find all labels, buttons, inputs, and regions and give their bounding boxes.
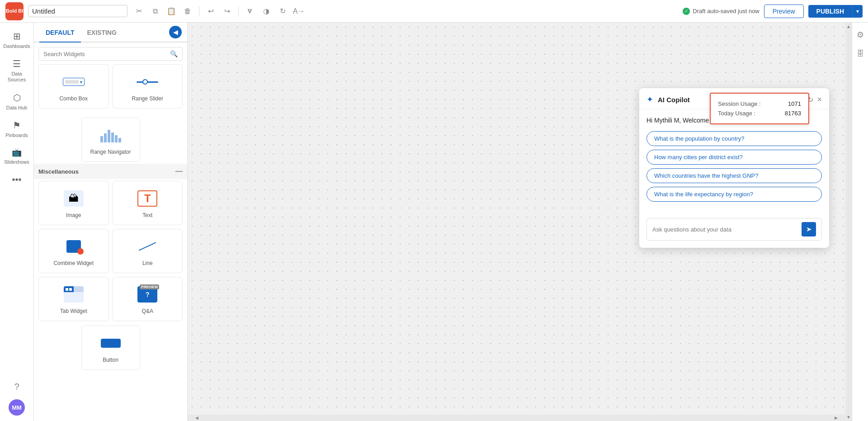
- top-widget-grid: ▾ Combo Box Range Slider: [38, 64, 183, 113]
- canvas-area[interactable]: ▲ ▼ ◀ ▶ ✦ AI Copilot ✎ ↻ × Hi Mythili M,…: [188, 23, 852, 421]
- text-label: Text: [142, 212, 152, 218]
- pinboards-icon: ⚑: [13, 120, 21, 131]
- image-label: Image: [66, 212, 81, 218]
- widget-card-button[interactable]: Button: [81, 326, 140, 370]
- widget-card-combo-box[interactable]: ▾ Combo Box: [38, 64, 109, 109]
- view-icon[interactable]: ◑: [259, 5, 273, 18]
- widget-card-image[interactable]: 🏔 Image: [38, 181, 109, 225]
- delete-icon[interactable]: 🗑: [181, 5, 194, 18]
- sidebar-item-help[interactable]: ?: [2, 378, 32, 396]
- scroll-up-arrow[interactable]: ▲: [845, 23, 852, 30]
- scroll-left-arrow[interactable]: ◀: [194, 414, 200, 421]
- widget-card-combine-widget[interactable]: Combine Widget: [38, 229, 109, 273]
- undo-icon[interactable]: ↩: [204, 5, 217, 18]
- publish-button[interactable]: PUBLISH: [808, 5, 852, 18]
- range-slider-icon: [137, 71, 158, 93]
- widget-card-range-slider[interactable]: Range Slider: [113, 64, 183, 109]
- ai-input[interactable]: [652, 226, 798, 233]
- qa-label: Q&A: [142, 308, 153, 314]
- data-sources-icon: ☰: [13, 58, 21, 69]
- toolbar-sep-1: [199, 6, 199, 17]
- slideshows-icon: 📺: [12, 147, 22, 157]
- combo-box-label: Combo Box: [59, 95, 88, 102]
- widget-card-line[interactable]: Line: [113, 229, 183, 273]
- ai-input-row: ➤: [646, 218, 822, 241]
- title-input[interactable]: [28, 5, 127, 17]
- avatar[interactable]: MM: [9, 399, 25, 416]
- tab-widget-label: Tab Widget: [60, 308, 87, 314]
- sidebar-item-slideshows[interactable]: 📺 Slideshows: [2, 144, 32, 169]
- misc-widget-grid: 🏔 Image T Text: [38, 181, 183, 326]
- scroll-right-arrow[interactable]: ▶: [833, 414, 839, 421]
- search-icon: 🔍: [170, 50, 178, 57]
- line-widget-icon: [137, 236, 158, 257]
- topbar: Bold BI ✂ ⧉ 📋 🗑 ↩ ↪ ⛛ ◑ ↻ A→ Draft auto-…: [0, 0, 868, 23]
- session-usage-row: Session Usage : 1071: [718, 99, 801, 109]
- copy-icon[interactable]: ⧉: [148, 5, 162, 18]
- search-input[interactable]: [43, 51, 167, 57]
- session-usage-value: 1071: [788, 100, 801, 107]
- widget-card-qa[interactable]: ? PREVIEW Q&A: [113, 277, 183, 321]
- sidebar-item-data-hub[interactable]: ⬡ Data Hub: [2, 89, 32, 114]
- widget-card-tab-widget[interactable]: Tab Widget: [38, 277, 109, 321]
- ai-send-button[interactable]: ➤: [802, 222, 816, 237]
- widget-tabs: DEFAULT EXISTING ◀: [34, 23, 187, 43]
- sidebar-item-more[interactable]: •••: [2, 170, 32, 189]
- ai-close-icon[interactable]: ×: [817, 95, 822, 104]
- widget-card-range-navigator[interactable]: Range Navigator: [81, 118, 140, 162]
- search-bar: 🔍: [38, 47, 183, 61]
- button-widget-row: Button: [38, 326, 183, 375]
- today-usage-row: Today Usage : 81763: [718, 109, 801, 118]
- logo-button[interactable]: Bold BI: [5, 2, 24, 20]
- publish-dropdown-button[interactable]: ▾: [852, 5, 863, 18]
- section-toggle-misc[interactable]: —: [175, 167, 183, 175]
- sidebar-item-pinboards-label: Pinboards: [5, 132, 28, 138]
- miscellaneous-header: Miscellaneous —: [34, 164, 187, 179]
- sidebar-item-pinboards[interactable]: ⚑ Pinboards: [2, 116, 32, 142]
- main-layout: ⊞ Dashboards ☰ Data Sources ⬡ Data Hub ⚑…: [0, 23, 868, 421]
- data-hub-icon: ⬡: [13, 92, 21, 103]
- tab-widget-icon: [63, 284, 85, 305]
- miscellaneous-section: 🏔 Image T Text: [34, 181, 187, 375]
- tab-default[interactable]: DEFAULT: [39, 23, 81, 43]
- combine-widget-label: Combine Widget: [53, 260, 94, 266]
- toolbar-sep-2: [238, 6, 239, 17]
- sidebar-item-slideshows-label: Slideshows: [4, 159, 29, 165]
- cut-icon[interactable]: ✂: [132, 5, 146, 18]
- refresh-icon[interactable]: ↻: [276, 5, 289, 18]
- sidebar-bottom: ? MM: [2, 378, 32, 421]
- redo-icon[interactable]: ↪: [220, 5, 234, 18]
- autosave-dot: [683, 8, 690, 15]
- ai-suggestion-1[interactable]: What is the population by country?: [646, 131, 822, 146]
- database-icon[interactable]: 🗄: [854, 47, 867, 61]
- usage-popup: Session Usage : 1071 Today Usage : 81763: [710, 93, 809, 124]
- sidebar-item-data-sources[interactable]: ☰ Data Sources: [2, 55, 32, 86]
- translate-icon[interactable]: A→: [292, 5, 306, 18]
- button-label: Button: [103, 357, 118, 363]
- tab-back-button[interactable]: ◀: [169, 26, 182, 38]
- button-widget-icon: [100, 332, 122, 354]
- autosave-msg: Draft auto-saved just now: [683, 8, 759, 15]
- ai-suggestion-3[interactable]: Which countries have the highest GNP?: [646, 168, 822, 183]
- ai-suggestion-4[interactable]: What is the life expectancy by region?: [646, 187, 822, 202]
- clipboard-icon[interactable]: 📋: [165, 5, 178, 18]
- widget-card-text[interactable]: T Text: [113, 181, 183, 225]
- range-slider-label: Range Slider: [132, 95, 163, 102]
- toolbar-icons: ✂ ⧉ 📋 🗑 ↩ ↪ ⛛ ◑ ↻ A→: [132, 5, 306, 18]
- right-sidebar: ⚙ 🗄: [852, 23, 868, 421]
- image-widget-icon: 🏔: [63, 188, 85, 209]
- dashboards-icon: ⊞: [13, 31, 21, 42]
- line-label: Line: [142, 260, 153, 266]
- settings-icon[interactable]: ⚙: [854, 27, 867, 43]
- tab-existing[interactable]: EXISTING: [81, 23, 123, 43]
- today-usage-label: Today Usage :: [718, 110, 755, 117]
- autosave-text: Draft auto-saved just now: [693, 8, 759, 14]
- range-navigator-label: Range Navigator: [90, 149, 131, 155]
- more-icon: •••: [12, 174, 21, 185]
- scroll-down-arrow[interactable]: ▼: [845, 413, 852, 421]
- ai-suggestion-2[interactable]: How many cities per district exist?: [646, 150, 822, 165]
- preview-button[interactable]: Preview: [764, 5, 804, 18]
- filter-icon[interactable]: ⛛: [243, 5, 257, 18]
- help-icon: ?: [14, 382, 19, 392]
- sidebar-item-dashboards[interactable]: ⊞ Dashboards: [2, 27, 32, 53]
